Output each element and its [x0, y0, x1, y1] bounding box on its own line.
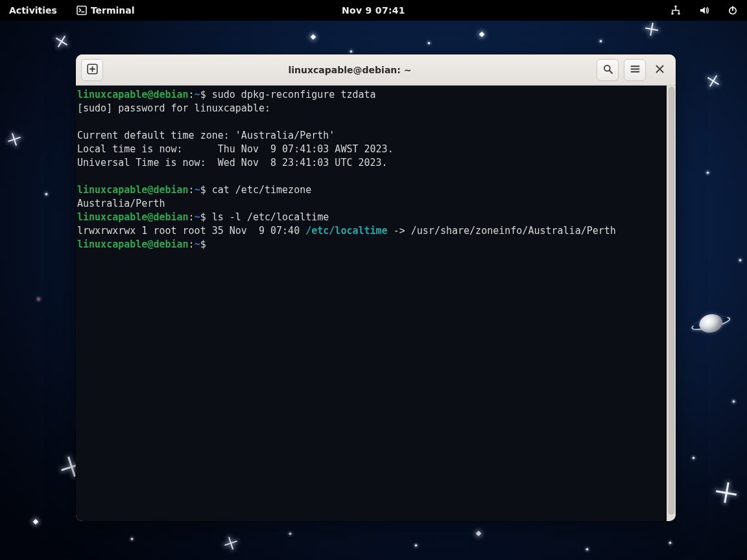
gnome-topbar: Activities Terminal Nov 9 07:41	[0, 0, 747, 21]
activities-button[interactable]: Activities	[4, 3, 62, 18]
star-icon	[739, 259, 741, 261]
star-icon	[289, 532, 291, 535]
terminal-scrollbar[interactable]	[667, 86, 676, 521]
terminal-icon	[77, 5, 87, 16]
svg-rect-3	[678, 13, 680, 15]
output-line: [sudo] password for linuxcapable:	[77, 102, 276, 114]
star-icon	[706, 171, 709, 174]
new-tab-button[interactable]	[81, 59, 103, 81]
command-text: sudo dpkg-reconfigure tzdata	[212, 89, 376, 100]
star-icon	[311, 34, 316, 40]
prompt-sigil: $	[200, 211, 212, 223]
hamburger-icon	[630, 64, 641, 76]
clock-label: Nov 9 07:41	[342, 5, 405, 16]
star-icon	[692, 456, 694, 459]
star-icon	[37, 298, 40, 300]
prompt-colon: :	[189, 211, 195, 223]
star-icon	[476, 531, 481, 536]
star-icon	[414, 544, 417, 546]
svg-rect-1	[675, 6, 677, 8]
new-tab-icon	[87, 64, 98, 76]
window-title: linuxcapable@debian: ~	[103, 65, 597, 75]
close-icon	[656, 64, 664, 76]
command-text: cat /etc/timezone	[212, 184, 312, 196]
star-icon	[427, 41, 430, 44]
prompt-path: ~	[195, 89, 200, 100]
symlink-name: /etc/localtime	[305, 225, 387, 237]
prompt-colon: :	[189, 89, 195, 100]
search-icon	[602, 64, 613, 76]
output-line: Current default time zone: 'Australia/Pe…	[77, 130, 335, 141]
output-line: -> /usr/share/zoneinfo/Australia/Perth	[388, 225, 616, 237]
hamburger-menu-button[interactable]	[624, 59, 646, 81]
terminal-content[interactable]: linuxcapable@debian:~$ sudo dpkg-reconfi…	[76, 86, 667, 521]
prompt-path: ~	[195, 239, 200, 250]
prompt-user: linuxcapable@debian	[77, 239, 189, 250]
prompt-sigil: $	[200, 89, 212, 100]
prompt-colon: :	[189, 239, 195, 250]
network-status-icon[interactable]	[665, 3, 686, 18]
star-icon	[33, 519, 38, 524]
prompt-user: linuxcapable@debian	[77, 211, 189, 223]
output-line: lrwxrwxrwx 1 root root 35 Nov 9 07:40	[77, 225, 305, 237]
close-window-button[interactable]	[648, 59, 670, 81]
star-icon	[599, 40, 602, 42]
volume-status-icon[interactable]	[694, 3, 715, 18]
svg-rect-2	[672, 13, 674, 15]
star-icon	[669, 541, 671, 544]
activities-label: Activities	[9, 5, 57, 16]
star-icon	[479, 32, 484, 37]
output-line: Australia/Perth	[77, 198, 165, 209]
power-status-icon[interactable]	[722, 3, 743, 18]
star-icon	[350, 50, 352, 52]
prompt-colon: :	[189, 184, 195, 196]
star-icon	[586, 548, 588, 550]
output-line: Universal Time is now: Wed Nov 8 23:41:0…	[77, 157, 388, 169]
star-icon	[45, 192, 47, 195]
output-line: Local time is now: Thu Nov 9 07:41:03 AW…	[77, 143, 394, 155]
window-titlebar[interactable]: linuxcapable@debian: ~	[76, 54, 676, 86]
prompt-user: linuxcapable@debian	[77, 89, 189, 100]
app-menu[interactable]: Terminal	[71, 3, 140, 18]
clock-button[interactable]: Nov 9 07:41	[337, 3, 410, 18]
prompt-path: ~	[195, 211, 200, 223]
search-button[interactable]	[597, 59, 619, 81]
prompt-sigil: $	[200, 184, 212, 196]
planet-icon	[690, 307, 731, 338]
scrollbar-thumb[interactable]	[669, 87, 674, 515]
star-icon	[130, 537, 133, 540]
prompt-user: linuxcapable@debian	[77, 184, 189, 196]
star-icon	[732, 400, 735, 402]
command-text: ls -l /etc/localtime	[212, 211, 329, 223]
terminal-viewport[interactable]: linuxcapable@debian:~$ sudo dpkg-reconfi…	[76, 86, 676, 521]
prompt-sigil: $	[200, 239, 212, 250]
terminal-window: linuxcapable@debian: ~	[76, 54, 676, 521]
svg-rect-0	[77, 6, 86, 15]
prompt-path: ~	[195, 184, 200, 196]
app-menu-label: Terminal	[91, 5, 135, 16]
